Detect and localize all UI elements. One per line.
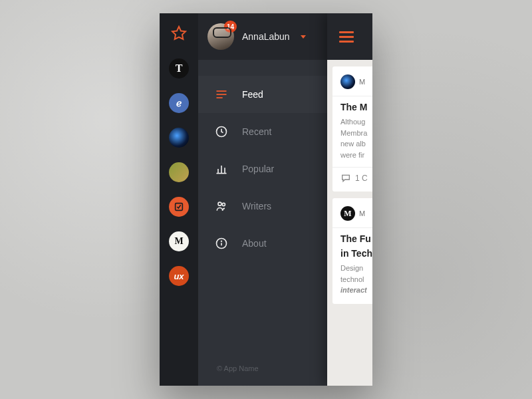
nav-label: Feed	[242, 89, 263, 100]
nav-label: Writers	[242, 201, 271, 211]
source-rail: T ℯ M ux	[160, 13, 198, 386]
star-icon[interactable]	[171, 25, 187, 44]
chevron-down-icon[interactable]	[301, 35, 306, 39]
source-glyph: M	[174, 236, 183, 247]
source-glyph: ux	[174, 271, 184, 281]
card-body-line: technol	[340, 274, 372, 285]
source-space[interactable]	[169, 128, 189, 148]
divider	[332, 167, 372, 168]
svg-marker-0	[172, 27, 186, 39]
source-glyph: ℯ	[176, 98, 182, 108]
source-glyph: T	[176, 63, 183, 74]
source-label: M	[359, 78, 365, 86]
source-circle-c[interactable]: ℯ	[169, 93, 189, 113]
info-icon	[214, 236, 229, 251]
card-title-line2: in Tech	[340, 248, 372, 259]
card-body-line: new alb	[340, 138, 372, 150]
card-body-line: were fir	[340, 150, 372, 161]
comments-label: 1 C	[355, 174, 368, 183]
divider	[332, 227, 372, 228]
username-label[interactable]: AnnaLabun	[242, 31, 290, 42]
article-card[interactable]: M M The Fu in Tech Design technol intera…	[332, 198, 372, 304]
source-icon: M	[340, 206, 355, 221]
card-source: M	[340, 74, 372, 89]
content-panel: M The M Althoug Membra new alb were fir …	[327, 13, 372, 386]
svg-point-10	[218, 202, 221, 205]
hamburger-icon[interactable]	[339, 29, 354, 45]
card-title: The Fu	[340, 233, 372, 244]
svg-point-14	[221, 241, 222, 241]
people-icon	[214, 199, 229, 213]
svg-point-11	[222, 203, 225, 205]
card-body-line: Althoug	[340, 116, 372, 128]
comments-row[interactable]: 1 C	[340, 173, 372, 184]
bars-icon	[214, 162, 229, 176]
app-frame: T ℯ M ux 14 AnnaLabun Feed	[160, 13, 372, 386]
article-card[interactable]: M The M Althoug Membra new alb were fir …	[332, 66, 372, 192]
notification-badge[interactable]: 14	[224, 21, 237, 33]
source-bird[interactable]	[169, 162, 189, 182]
nav-label: Popular	[242, 164, 274, 174]
card-body-line: Membra	[340, 128, 372, 139]
feed-icon	[214, 87, 229, 102]
content-header	[327, 13, 372, 60]
source-icon	[340, 74, 355, 89]
avatar[interactable]: 14	[207, 23, 234, 50]
clock-icon	[214, 124, 229, 139]
card-body-line: Design	[340, 263, 372, 274]
divider	[332, 96, 372, 96]
card-body-line: interact	[340, 285, 372, 296]
card-title: The M	[340, 102, 372, 112]
nav-label: About	[242, 238, 267, 249]
source-nyt[interactable]: T	[169, 59, 189, 78]
card-source: M M	[340, 206, 372, 221]
source-orange-sq[interactable]	[169, 197, 189, 217]
source-label: M	[359, 209, 365, 217]
source-ux[interactable]: ux	[169, 266, 189, 286]
nav-label: Recent	[242, 126, 271, 137]
source-medium[interactable]: M	[169, 231, 189, 251]
copyright-label: © App Name	[217, 364, 259, 372]
